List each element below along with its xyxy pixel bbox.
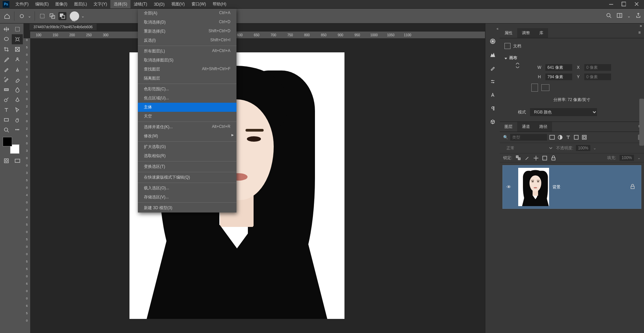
rectangle-tool[interactable]: [1, 115, 12, 125]
tab-paths[interactable]: 路径: [535, 122, 552, 132]
home-button[interactable]: [3, 12, 11, 20]
filter-smart-icon[interactable]: [581, 134, 587, 140]
lock-artboard-icon[interactable]: [542, 155, 547, 160]
workspace-icon[interactable]: [616, 12, 623, 19]
share-icon[interactable]: [635, 12, 641, 19]
height-input[interactable]: [545, 74, 572, 80]
visibility-icon[interactable]: [506, 184, 511, 190]
menu-item[interactable]: 所有图层(L)Alt+Ctrl+A: [138, 47, 236, 56]
filter-type-icon[interactable]: [565, 134, 571, 140]
menu-item[interactable]: 选择并遮住(K)...Alt+Ctrl+R: [138, 123, 236, 132]
color-panel-icon[interactable]: [489, 37, 497, 45]
menu-item[interactable]: 查找图层Alt+Shift+Ctrl+F: [138, 65, 236, 74]
tab-adjustments[interactable]: 调整: [517, 28, 535, 38]
lock-transparency-icon[interactable]: [516, 155, 521, 160]
width-input[interactable]: [545, 64, 572, 71]
hand-tool[interactable]: [12, 115, 23, 125]
menu-4[interactable]: 文字(Y): [90, 0, 110, 8]
menu-item[interactable]: 新建 3D 模型(3): [138, 203, 236, 212]
color-swatches[interactable]: [3, 137, 19, 154]
filter-shape-icon[interactable]: [573, 134, 579, 140]
menu-item[interactable]: 天空: [138, 112, 236, 121]
tool-preset-icon[interactable]: [18, 12, 26, 20]
subtract-selection-icon[interactable]: [58, 12, 66, 20]
landscape-orientation[interactable]: [541, 84, 549, 91]
x-input[interactable]: [584, 64, 611, 71]
menu-item[interactable]: 隔离图层: [138, 74, 236, 83]
adjustments-icon[interactable]: [489, 78, 497, 86]
blend-mode-select[interactable]: 正常: [503, 144, 553, 152]
menu-item[interactable]: 修改(M): [138, 132, 236, 141]
dropdown-icon[interactable]: ⌄: [28, 14, 31, 18]
lock-position-icon[interactable]: [533, 155, 538, 160]
document-tab[interactable]: 374497dc99b9c77be457e4b6eb606: [30, 23, 97, 30]
eyedropper-tool[interactable]: [1, 54, 12, 64]
new-selection-icon[interactable]: [38, 12, 46, 20]
menu-item[interactable]: 变换选区(T): [138, 162, 236, 171]
menu-10[interactable]: 帮助(H): [209, 0, 230, 8]
menu-item[interactable]: 存储选区(V)...: [138, 193, 236, 202]
canvas-viewport[interactable]: [30, 38, 485, 333]
panel-menu-icon[interactable]: ≡: [635, 28, 644, 38]
tab-properties[interactable]: 属性: [500, 28, 517, 38]
menu-8[interactable]: 视图(V): [168, 0, 188, 8]
y-input[interactable]: [584, 74, 611, 80]
pen-tool[interactable]: [12, 95, 23, 105]
brush-tool[interactable]: [1, 64, 12, 75]
menu-item[interactable]: 反选(I)Shift+Ctrl+I: [138, 36, 236, 45]
chevron-down-icon[interactable]: [504, 56, 507, 60]
menu-item[interactable]: 重新选择(E)Shift+Ctrl+D: [138, 27, 236, 36]
quick-select-tool[interactable]: [12, 34, 23, 44]
blur-tool[interactable]: [12, 85, 23, 95]
menu-6[interactable]: 滤镜(T): [130, 0, 150, 8]
zoom-tool[interactable]: [1, 125, 12, 135]
menu-item[interactable]: 主体: [138, 103, 236, 112]
fill-value[interactable]: 100%: [620, 155, 634, 161]
menu-item[interactable]: 在快速蒙版模式下编辑(Q): [138, 173, 236, 182]
path-select-tool[interactable]: [12, 105, 23, 115]
menu-item[interactable]: 载入选区(O)...: [138, 184, 236, 193]
tab-libraries[interactable]: 库: [535, 28, 548, 38]
layer-name[interactable]: 背景: [552, 184, 630, 190]
gradient-tool[interactable]: [1, 85, 12, 95]
opacity-value[interactable]: 100%: [576, 145, 590, 151]
frame-tool[interactable]: [12, 44, 23, 54]
layer-filter-select[interactable]: [510, 134, 547, 141]
menu-7[interactable]: 3D(D): [151, 1, 168, 8]
menu-3[interactable]: 图层(L): [71, 0, 91, 8]
paragraph-panel-icon[interactable]: [489, 104, 497, 112]
3d-panel-icon[interactable]: [489, 118, 497, 126]
minimize-button[interactable]: [608, 2, 613, 7]
history-brush-tool[interactable]: [1, 75, 12, 85]
dropdown-icon[interactable]: ⌄: [81, 14, 85, 18]
menu-item[interactable]: 色彩范围(C)...: [138, 85, 236, 94]
maximize-button[interactable]: [621, 2, 626, 7]
type-tool[interactable]: [1, 105, 12, 115]
close-button[interactable]: [634, 2, 639, 7]
marquee-tool[interactable]: [12, 24, 23, 34]
lock-all-icon[interactable]: [550, 155, 556, 160]
collapse-icon[interactable]: »: [640, 23, 642, 28]
menu-9[interactable]: 窗口(W): [188, 0, 209, 8]
dodge-tool[interactable]: [1, 95, 12, 105]
move-tool[interactable]: [1, 24, 12, 34]
foreground-color[interactable]: [3, 137, 12, 146]
histogram-icon[interactable]: [489, 51, 497, 59]
eraser-tool[interactable]: [12, 75, 23, 85]
add-selection-icon[interactable]: [48, 12, 56, 20]
menu-item[interactable]: 焦点区域(U)...: [138, 94, 236, 103]
lock-icon[interactable]: [630, 184, 636, 191]
menu-item[interactable]: 扩大选取(G): [138, 142, 236, 151]
scrollbar[interactable]: [639, 99, 644, 146]
lock-image-icon[interactable]: [524, 155, 530, 160]
screen-mode-tool[interactable]: [12, 156, 23, 166]
menu-item[interactable]: 选取相似(R): [138, 151, 236, 160]
healing-tool[interactable]: [12, 54, 23, 64]
brushes-panel-icon[interactable]: [489, 64, 497, 72]
search-icon[interactable]: [606, 12, 612, 19]
tab-channels[interactable]: 通道: [517, 122, 535, 132]
link-icon[interactable]: [515, 63, 520, 74]
quick-mask-tool[interactable]: [1, 156, 12, 166]
color-mode-select[interactable]: RGB 颜色: [530, 108, 597, 116]
stamp-tool[interactable]: [12, 64, 23, 75]
